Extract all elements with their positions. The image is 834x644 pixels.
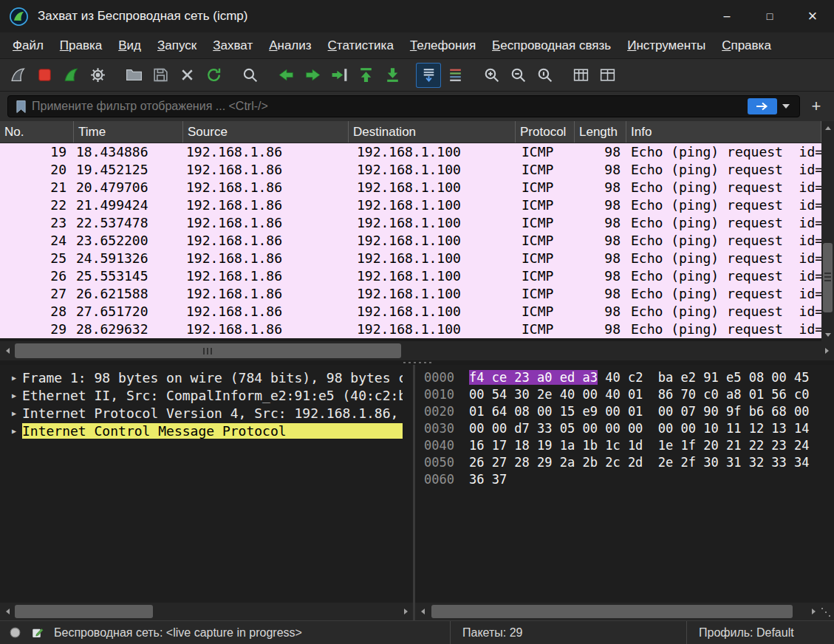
- scroll-left-icon[interactable]: [0, 341, 15, 360]
- zoom-out-icon[interactable]: [505, 63, 530, 88]
- hscroll-thumb[interactable]: [15, 605, 153, 618]
- menu-item-go[interactable]: Запуск: [149, 33, 205, 58]
- zoom-in-icon[interactable]: [479, 63, 504, 88]
- expert-info-icon[interactable]: [9, 626, 21, 639]
- detail-line[interactable]: ▶Frame 1: 98 bytes on wire (784 bits), 9…: [6, 369, 403, 386]
- expand-arrow-icon[interactable]: ▶: [6, 374, 22, 382]
- reset-columns-icon[interactable]: [595, 63, 620, 88]
- expand-arrow-icon[interactable]: ▶: [6, 427, 22, 435]
- column-header-destination[interactable]: Destination: [349, 121, 516, 143]
- packet-row-27[interactable]: 2726.621588192.168.1.86192.168.1.100ICMP…: [0, 285, 821, 303]
- capture-comment-icon[interactable]: [31, 626, 44, 640]
- hex-row-0020[interactable]: 002001 64 08 00 15 e9 00 01 00 07 90 9f …: [424, 403, 834, 420]
- profile-selector[interactable]: Профиль: Default: [686, 621, 834, 644]
- vscroll-thumb[interactable]: [823, 243, 833, 312]
- zoom-100-icon[interactable]: [532, 63, 557, 88]
- stop-capture-icon[interactable]: [32, 63, 57, 88]
- scroll-down-icon[interactable]: [821, 328, 834, 341]
- scroll-left-icon[interactable]: [0, 603, 15, 620]
- menu-item-telephony[interactable]: Телефония: [402, 33, 484, 58]
- hex-row-0060[interactable]: 006036 37: [424, 471, 834, 488]
- save-file-icon[interactable]: [148, 63, 173, 88]
- display-filter-input[interactable]: [32, 100, 748, 113]
- column-header-source[interactable]: Source: [183, 121, 349, 143]
- filter-bookmark-icon[interactable]: [16, 100, 27, 114]
- packet-row-23[interactable]: 2322.537478192.168.1.86192.168.1.100ICMP…: [0, 214, 821, 232]
- scroll-right-icon[interactable]: [398, 603, 413, 620]
- menu-item-edit[interactable]: Правка: [52, 33, 110, 58]
- close-button[interactable]: ×: [791, 0, 834, 32]
- packet-row-29[interactable]: 2928.629632192.168.1.86192.168.1.100ICMP…: [0, 321, 821, 338]
- packet-list-vscrollbar[interactable]: [821, 121, 834, 341]
- scroll-right-icon[interactable]: [819, 341, 834, 360]
- column-header-info[interactable]: Info: [626, 121, 821, 143]
- open-file-icon[interactable]: [121, 63, 146, 88]
- hscroll-track[interactable]: [430, 603, 806, 620]
- restart-capture-icon[interactable]: [58, 63, 83, 88]
- packet-row-25[interactable]: 2524.591326192.168.1.86192.168.1.100ICMP…: [0, 250, 821, 267]
- go-back-icon[interactable]: [273, 63, 298, 88]
- bytes-hscrollbar[interactable]: [415, 603, 821, 620]
- menu-item-statistics[interactable]: Статистика: [320, 33, 402, 58]
- hex-row-0010[interactable]: 001000 54 30 2e 40 00 40 01 86 70 c0 a8 …: [424, 386, 834, 403]
- packet-list-hscrollbar[interactable]: [0, 341, 834, 360]
- go-last-packet-icon[interactable]: [380, 63, 405, 88]
- hscroll-thumb[interactable]: [431, 605, 793, 618]
- scroll-up-icon[interactable]: [821, 121, 834, 134]
- packet-row-21[interactable]: 2120.479706192.168.1.86192.168.1.100ICMP…: [0, 179, 821, 196]
- maximize-button[interactable]: □: [748, 0, 791, 32]
- minimize-button[interactable]: –: [705, 0, 748, 32]
- hscroll-track[interactable]: [15, 341, 819, 360]
- hscroll-thumb[interactable]: [15, 343, 401, 358]
- details-hscrollbar[interactable]: [0, 603, 413, 620]
- hex-row-0030[interactable]: 003000 00 d7 33 05 00 00 00 00 00 10 11 …: [424, 420, 834, 437]
- packet-row-22[interactable]: 2221.499424192.168.1.86192.168.1.100ICMP…: [0, 196, 821, 214]
- packet-row-26[interactable]: 2625.553145192.168.1.86192.168.1.100ICMP…: [0, 267, 821, 285]
- hex-row-0000[interactable]: 0000f4 ce 23 a0 ed a3 40 c2 ba e2 91 e5 …: [424, 369, 834, 386]
- menu-item-wireless[interactable]: Беспроводная связь: [484, 33, 619, 58]
- detail-line[interactable]: ▶Ethernet II, Src: CompalInform_e2:91:e5…: [6, 386, 403, 404]
- column-header-length[interactable]: Length: [575, 121, 626, 143]
- go-first-packet-icon[interactable]: [353, 63, 378, 88]
- packet-row-19[interactable]: 1918.434886192.168.1.86192.168.1.100ICMP…: [0, 143, 821, 161]
- close-file-icon[interactable]: [174, 63, 199, 88]
- column-header-no[interactable]: No.: [0, 121, 74, 143]
- menu-item-analyze[interactable]: Анализ: [261, 33, 319, 58]
- display-filter-field[interactable]: [7, 95, 800, 117]
- hscroll-track[interactable]: [15, 603, 398, 620]
- packet-row-20[interactable]: 2019.452125192.168.1.86192.168.1.100ICMP…: [0, 161, 821, 179]
- find-packet-icon[interactable]: [237, 63, 262, 88]
- reload-icon[interactable]: [201, 63, 226, 88]
- go-to-packet-icon[interactable]: [327, 63, 352, 88]
- menu-item-tools[interactable]: Инструменты: [619, 33, 714, 58]
- scroll-left-icon[interactable]: [415, 603, 430, 620]
- menu-item-view[interactable]: Вид: [110, 33, 149, 58]
- capture-options-icon[interactable]: [85, 63, 110, 88]
- go-forward-icon[interactable]: [300, 63, 325, 88]
- detail-line[interactable]: ▶Internet Control Message Protocol: [6, 422, 403, 439]
- apply-filter-button[interactable]: [748, 98, 777, 114]
- expand-arrow-icon[interactable]: ▶: [6, 391, 22, 400]
- column-header-protocol[interactable]: Protocol: [516, 121, 575, 143]
- packet-row-28[interactable]: 2827.651720192.168.1.86192.168.1.100ICMP…: [0, 303, 821, 321]
- detail-line[interactable]: ▶Internet Protocol Version 4, Src: 192.1…: [6, 404, 403, 422]
- filter-dropdown-caret-icon[interactable]: [777, 98, 795, 114]
- menu-item-file[interactable]: Файл: [4, 33, 52, 58]
- hex-row-0040[interactable]: 004016 17 18 19 1a 1b 1c 1d 1e 1f 20 21 …: [424, 437, 834, 454]
- auto-scroll-icon[interactable]: [416, 63, 441, 88]
- start-capture-icon[interactable]: [5, 63, 30, 88]
- length-cell: 98: [575, 214, 626, 232]
- column-header-time[interactable]: Time: [74, 121, 183, 143]
- add-filter-button[interactable]: +: [806, 96, 827, 117]
- colorize-icon[interactable]: [442, 63, 468, 88]
- menu-item-capture[interactable]: Захват: [205, 33, 261, 58]
- hex-row-0050[interactable]: 005026 27 28 29 2a 2b 2c 2d 2e 2f 30 31 …: [424, 454, 834, 471]
- expand-arrow-icon[interactable]: ▶: [6, 409, 22, 417]
- resize-columns-icon[interactable]: [568, 63, 593, 88]
- menu-item-help[interactable]: Справка: [714, 33, 779, 58]
- vscroll-track[interactable]: [821, 134, 834, 328]
- protocol-cell: ICMP: [516, 196, 575, 214]
- window-resize-grip[interactable]: [821, 603, 834, 620]
- scroll-right-icon[interactable]: [806, 603, 821, 620]
- packet-row-24[interactable]: 2423.652200192.168.1.86192.168.1.100ICMP…: [0, 232, 821, 250]
